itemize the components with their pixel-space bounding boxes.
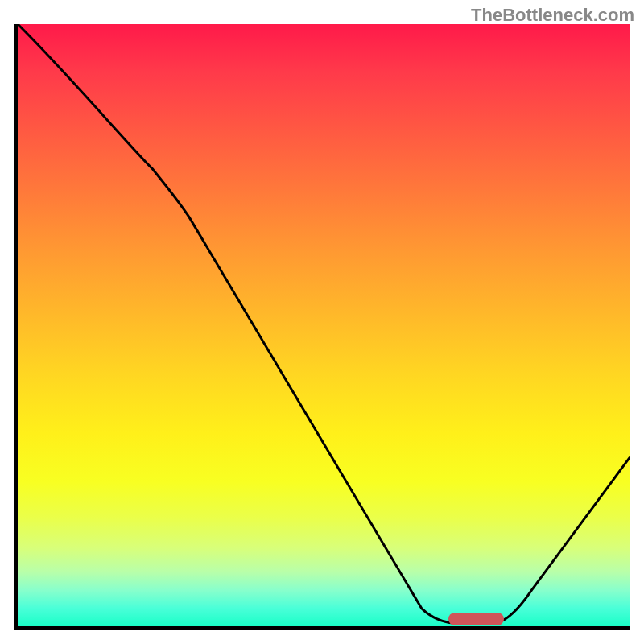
chart-plot-area — [14, 24, 630, 630]
watermark-text: TheBottleneck.com — [471, 5, 634, 26]
chart-curve-svg — [18, 24, 630, 626]
chart-curve-line — [18, 24, 630, 623]
chart-optimal-marker — [448, 613, 504, 625]
